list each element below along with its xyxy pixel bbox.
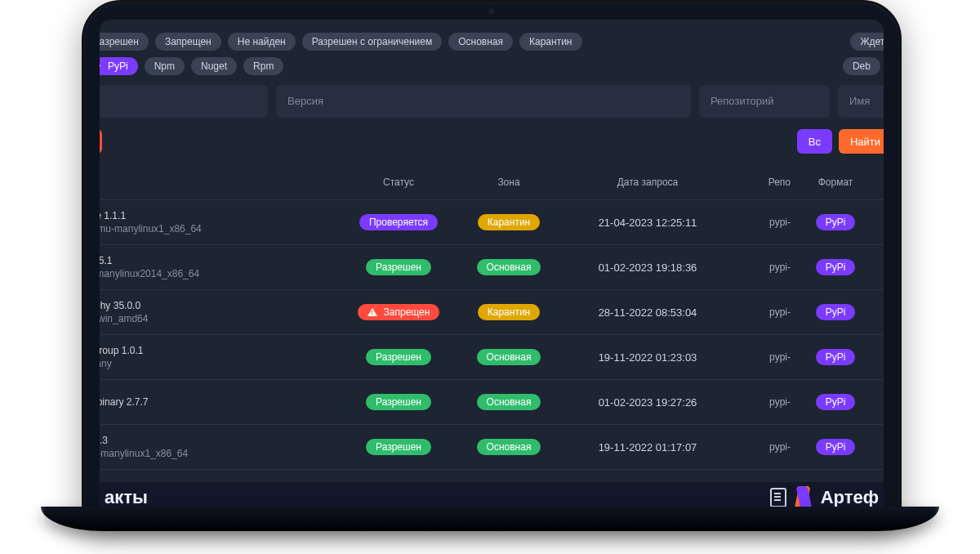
cell-repo: pypi- <box>733 261 791 273</box>
status-filter-row: веряется Разрешен Запрещен Не найден Раз… <box>100 33 884 51</box>
pkg-variant: 3-none-any <box>100 357 341 370</box>
cell-date: 21-04-2023 12:25:11 <box>562 217 733 229</box>
source-pill-npm[interactable]: Npm <box>145 57 185 75</box>
status-badge: Разрешен <box>366 394 431 410</box>
cell-package: installer 5.13-none-manylinux2014_x86_64 <box>100 254 341 280</box>
find-button[interactable]: Найти <box>839 129 884 154</box>
cell-package: rkupSafe 1.1.127-cp27mu-manylinux1_x86_6… <box>100 209 341 235</box>
screen: веряется Разрешен Запрещен Не найден Раз… <box>100 20 884 513</box>
status-pill-restricted[interactable]: Разрешен с ограничением <box>302 33 443 51</box>
zone-badge: Основная <box>477 439 541 455</box>
pkg-name: ndas 1.2.3 <box>100 434 341 447</box>
source-pill-deb[interactable]: Deb <box>843 57 880 75</box>
cell-date: 01-02-2023 19:27:26 <box>562 396 733 409</box>
cell-zone: Основная <box>456 259 562 275</box>
cell-status: Запрещен <box>341 304 456 320</box>
col-status[interactable]: Статус <box>341 176 456 188</box>
document-icon <box>770 488 786 507</box>
check-icon <box>100 61 103 71</box>
package-input[interactable] <box>100 85 268 118</box>
status-pill-waiting[interactable]: Ждет проверки <box>850 33 884 51</box>
status-pill-main[interactable]: Основная <box>448 33 513 51</box>
cell-date: 28-11-2022 08:53:04 <box>562 306 733 319</box>
zone-badge: Основная <box>477 394 541 410</box>
pkg-variant: 36-abi3-win_amd64 <box>100 312 341 325</box>
pkg-name: ycopg2-binary 2.7.7 <box>100 395 341 409</box>
camera-notch <box>488 7 496 16</box>
cell-date: 19-11-2022 01:17:07 <box>562 441 733 453</box>
table-row[interactable]: ycopg2-binary 2.7.7РазрешенОсновная01-02… <box>100 379 884 424</box>
pkg-variant: 38-cp38-manylinux1_x86_64 <box>100 447 341 460</box>
cell-status: Разрешен <box>341 349 456 365</box>
cell-repo: pypi- <box>733 396 791 408</box>
col-format[interactable]: Формат <box>791 176 880 188</box>
zone-badge: Основная <box>477 259 541 275</box>
cell-zone: Основная <box>456 394 562 410</box>
col-date[interactable]: Дата запроса <box>562 176 733 188</box>
cell-zone: Основная <box>456 439 562 455</box>
table-header: кет Статус Зона Дата запроса Репо Формат… <box>100 165 884 199</box>
all-button[interactable]: Вс <box>797 129 832 154</box>
col-package[interactable]: кет <box>100 176 341 188</box>
format-badge: PyPi <box>816 214 856 230</box>
status-pill-notfound[interactable]: Не найден <box>228 33 296 51</box>
status-text: Проверяется <box>369 217 428 228</box>
status-badge: Разрешен <box>366 259 431 275</box>
table-row[interactable]: ndas 1.2.338-cp38-manylinux1_x86_64Разре… <box>100 424 884 469</box>
cell-package: ndas 1.2.338-cp38-manylinux1_x86_64 <box>100 434 341 460</box>
format-badge: PyPi <box>816 349 856 365</box>
cell-date: 01-02-2023 19:18:36 <box>562 261 733 274</box>
cell-format: PyPi <box>791 304 880 320</box>
col-pa[interactable]: Па <box>880 176 884 188</box>
status-pill-denied[interactable]: Запрещен <box>155 33 221 51</box>
zone-badge: Основная <box>477 349 541 365</box>
cell-pa: pypy <box>880 256 884 279</box>
cell-zone: Карантин <box>456 304 562 320</box>
filter-inputs: Версия Репозиторий Имя <box>100 85 884 118</box>
col-zone[interactable]: Зона <box>456 176 562 188</box>
format-badge: PyPi <box>816 394 856 410</box>
zone-badge: Карантин <box>478 304 540 320</box>
cell-status: Разрешен <box>341 439 456 455</box>
laptop-base <box>41 507 939 531</box>
table-row[interactable]: installer 5.13-none-manylinux2014_x86_64… <box>100 244 884 289</box>
filters-button[interactable]: ильтры <box>100 129 102 154</box>
source-pill-rpm[interactable]: Rpm <box>243 57 283 75</box>
source-filter-row: PyPi Npm Nuget Rpm Deb Gem Maven <box>100 57 884 75</box>
brand: Артеф <box>770 486 879 509</box>
pkg-name: installer 5.1 <box>100 254 341 267</box>
cell-repo: pypi- <box>733 306 791 318</box>
status-pill-quarantine[interactable]: Карантин <box>519 33 581 51</box>
repo-input[interactable]: Репозиторий <box>699 85 830 118</box>
cell-format: PyPi <box>791 394 880 410</box>
cell-pa: paср <box>880 436 884 458</box>
col-repo[interactable]: Репо <box>733 176 791 188</box>
cell-date: 19-11-2022 01:23:03 <box>562 351 733 364</box>
status-badge: Проверяется <box>359 214 438 230</box>
cell-repo: pypi- <box>733 217 791 228</box>
cell-repo: pypi- <box>733 351 791 363</box>
status-pill-allowed[interactable]: Разрешен <box>100 33 149 51</box>
cell-format: PyPi <box>791 259 880 275</box>
name-input[interactable]: Имя <box>838 85 884 118</box>
table-body: rkupSafe 1.1.127-cp27mu-manylinux1_x86_6… <box>100 199 884 513</box>
source-pill-pypi[interactable]: PyPi <box>100 57 138 75</box>
status-text: Запрещен <box>384 306 430 318</box>
cell-zone: Карантин <box>456 214 562 230</box>
status-badge: Разрешен <box>366 439 431 455</box>
table-row[interactable]: ceptiongroup 1.0.13-none-anyРазрешенОсно… <box>100 334 884 379</box>
format-badge: PyPi <box>816 304 856 320</box>
status-badge: Запрещен <box>358 304 440 320</box>
table-row[interactable]: rkupSafe 1.1.127-cp27mu-manylinux1_x86_6… <box>100 199 884 244</box>
pill-label: PyPi <box>108 60 128 73</box>
cell-format: PyPi <box>791 439 880 455</box>
status-badge: Разрешен <box>366 349 431 365</box>
table-row[interactable]: yptography 35.0.036-abi3-win_amd64Запрещ… <box>100 289 884 334</box>
format-badge: PyPi <box>816 259 856 275</box>
status-text: Разрешен <box>376 261 421 273</box>
status-text: Разрешен <box>376 441 421 453</box>
version-input[interactable]: Версия <box>276 85 691 118</box>
source-pill-nuget[interactable]: Nuget <box>191 57 237 75</box>
warning-icon <box>368 308 377 316</box>
cell-pa: ps <box>880 396 884 408</box>
